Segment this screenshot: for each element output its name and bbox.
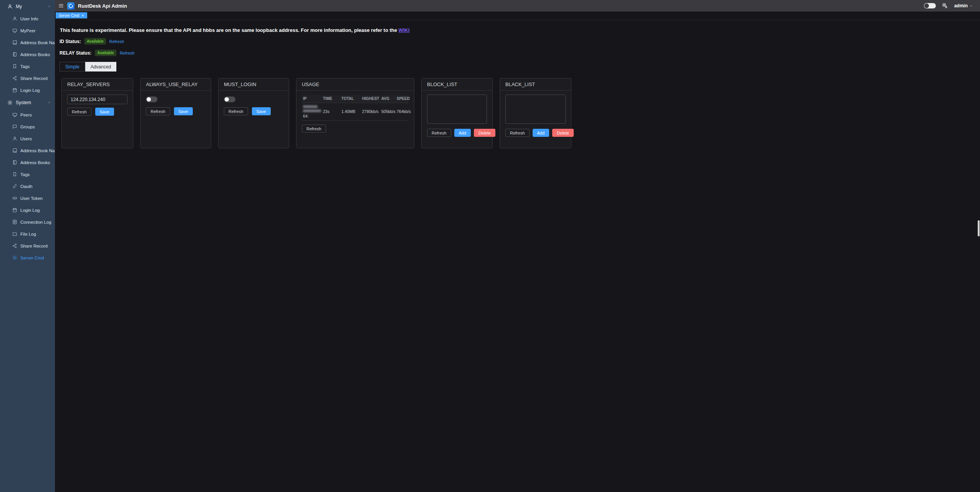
refresh-button[interactable]: Refresh (146, 107, 170, 115)
sidebar-item-label: Login Log (20, 88, 40, 93)
refresh-button[interactable]: Refresh (505, 129, 530, 137)
gear-icon (12, 255, 17, 260)
chevron-down-icon (969, 4, 973, 8)
app-title: RustDesk Api Admin (78, 3, 127, 9)
notebook-icon (12, 160, 17, 165)
notebook-icon (12, 52, 17, 57)
theme-toggle-knob (924, 3, 929, 8)
sidebar-item-tags-system[interactable]: Tags (0, 168, 55, 180)
refresh-button[interactable]: Refresh (67, 108, 91, 116)
usage-table: IP TIME TOTAL HIGHEST AVG SPEED (302, 95, 409, 121)
sidebar-item-label: User Info (20, 17, 38, 21)
usage-ip-cell: 64: (302, 103, 322, 121)
sidebar-item-label: Share Record (20, 76, 48, 81)
sidebar-item-login-log[interactable]: Login Log (0, 84, 55, 96)
tags-bar: Server Cmd × (55, 12, 980, 20)
relay-status-label: RELAY Status: (60, 50, 91, 56)
scrollbar-thumb[interactable] (978, 220, 980, 236)
usage-header-row: IP TIME TOTAL HIGHEST AVG SPEED (302, 95, 409, 103)
sidebar-item-label: Tags (20, 64, 30, 69)
sidebar-item-login-log-system[interactable]: Login Log (0, 204, 55, 216)
sidebar-section-system[interactable]: System (0, 96, 55, 109)
sidebar-item-label: Address Book Names (20, 148, 55, 153)
sidebar-item-server-cmd[interactable]: Server Cmd (0, 252, 55, 264)
block-list-textarea[interactable] (427, 95, 487, 124)
chevron-up-icon (47, 5, 51, 8)
relay-status-refresh-link[interactable]: Refresh (120, 51, 135, 55)
bookmark-icon (12, 172, 17, 177)
usage-col-time: TIME (322, 95, 340, 103)
sidebar-item-tags[interactable]: Tags (0, 60, 55, 72)
share-icon (12, 243, 17, 248)
top-header: RustDesk Api Admin admin (55, 0, 980, 12)
id-status-refresh-link[interactable]: Refresh (109, 39, 124, 44)
sidebar-item-user-token[interactable]: User Token (0, 192, 55, 204)
ip-suffix: 64: (303, 114, 321, 118)
sidebar-item-label: Login Log (20, 208, 40, 213)
sidebar-item-groups[interactable]: Groups (0, 121, 55, 133)
calendar-icon (12, 208, 17, 213)
sidebar-item-address-book-names[interactable]: Address Book Names (0, 145, 55, 156)
delete-button[interactable]: Delete (474, 129, 495, 137)
sidebar-item-label: MyPeer (20, 28, 36, 33)
tag-label: Server Cmd (59, 13, 79, 18)
refresh-button[interactable]: Refresh (224, 107, 248, 115)
black-list-textarea[interactable] (505, 95, 566, 124)
mode-tabs: Simple Advanced (60, 62, 116, 71)
sidebar-item-users[interactable]: Users (0, 133, 55, 145)
usage-col-highest: HIGHEST (361, 95, 380, 103)
sidebar-item-share-record-system[interactable]: Share Record (0, 240, 55, 252)
sidebar-item-label: Connection Log (20, 220, 51, 224)
monitor-icon (12, 28, 17, 33)
toggle-knob (147, 97, 151, 101)
main-column: RustDesk Api Admin admin Server Cmd × Th… (55, 0, 980, 492)
save-button[interactable]: Save (252, 107, 271, 115)
chevron-up-icon (47, 101, 51, 105)
card-title: USAGE (296, 78, 414, 91)
content-area: This feature is experimental. Please ens… (55, 20, 980, 492)
sidebar-item-file-log[interactable]: File Log (0, 228, 55, 240)
delete-button[interactable]: Delete (552, 129, 574, 137)
sidebar-item-oauth[interactable]: Oauth (0, 180, 55, 192)
tag-server-cmd[interactable]: Server Cmd × (56, 12, 87, 18)
theme-toggle[interactable] (924, 3, 936, 8)
card-title: MUST_LOGIN (219, 78, 289, 91)
header-actions: admin (924, 3, 973, 8)
card-always-use-relay: ALWAYS_USE_RELAY Refresh Save (140, 78, 211, 148)
sidebar-item-peers[interactable]: Peers (0, 109, 55, 121)
relay-servers-input[interactable] (67, 95, 127, 104)
always-use-relay-toggle[interactable] (146, 96, 157, 102)
usage-total: 1.40MB (340, 103, 361, 121)
sidebar-item-share-record[interactable]: Share Record (0, 72, 55, 84)
close-icon[interactable]: × (81, 13, 84, 18)
share-icon (12, 76, 17, 81)
sidebar-item-user-info[interactable]: User Info (0, 13, 55, 25)
sidebar-item-mypeer[interactable]: MyPeer (0, 25, 55, 37)
tab-simple[interactable]: Simple (60, 62, 85, 71)
card-title: BLOCK_LIST (422, 78, 492, 91)
sidebar-item-address-books[interactable]: Address Books (0, 48, 55, 60)
sidebar-item-connection-log[interactable]: Connection Log (0, 216, 55, 228)
sidebar-item-address-book-name[interactable]: Address Book Name (0, 37, 55, 48)
wiki-link[interactable]: WIKI (399, 27, 410, 33)
tab-advanced[interactable]: Advanced (85, 62, 116, 71)
refresh-button[interactable]: Refresh (427, 129, 451, 137)
sidebar-section-label: System (16, 100, 31, 105)
usage-col-ip: IP (302, 95, 322, 103)
must-login-toggle[interactable] (224, 96, 235, 102)
id-status-label: ID Status: (60, 39, 81, 44)
refresh-button[interactable]: Refresh (302, 125, 326, 133)
translate-icon[interactable] (942, 3, 948, 8)
save-button[interactable]: Save (95, 108, 114, 116)
add-button[interactable]: Add (533, 129, 550, 137)
sidebar-item-address-books-system[interactable]: Address Books (0, 156, 55, 168)
bookmark-icon (12, 64, 17, 69)
chat-icon (12, 124, 17, 129)
hamburger-menu-icon[interactable] (58, 3, 64, 8)
sidebar-section-my[interactable]: My (0, 0, 55, 13)
save-button[interactable]: Save (174, 107, 193, 115)
user-menu[interactable]: admin (954, 3, 973, 8)
add-button[interactable]: Add (454, 129, 471, 137)
card-block-list: BLOCK_LIST Refresh Add Delete (421, 78, 493, 148)
sidebar-item-label: Oauth (20, 184, 32, 189)
